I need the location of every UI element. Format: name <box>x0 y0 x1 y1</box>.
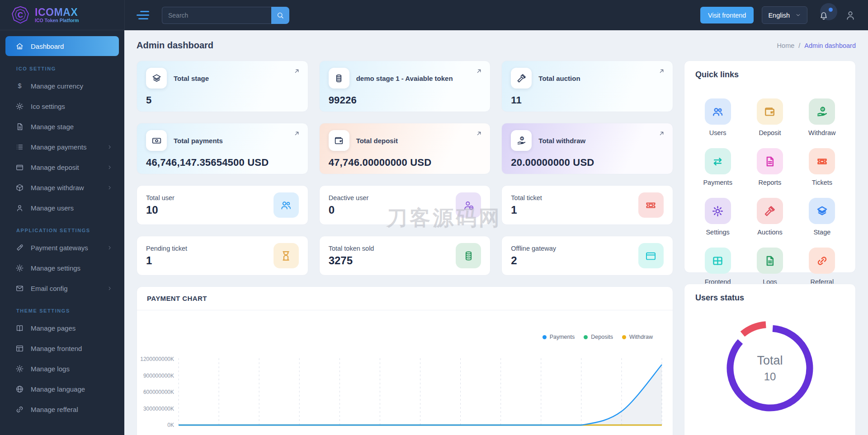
box-icon <box>15 183 24 192</box>
quick-link-frontend[interactable]: Frontend <box>705 248 731 285</box>
card-total-ticket[interactable]: Total ticket 1 <box>501 185 673 225</box>
svg-text:$: $ <box>821 107 824 111</box>
list-icon <box>15 143 24 151</box>
sidebar-item-label: Manage language <box>31 385 85 393</box>
gear-icon <box>15 365 24 373</box>
topbar: Visit frontend English <box>124 0 868 30</box>
visit-frontend-button[interactable]: Visit frontend <box>700 7 754 23</box>
profile-button[interactable] <box>844 9 856 21</box>
quick-link-reports[interactable]: Reports <box>757 148 783 186</box>
legend-withdraw[interactable]: Withdraw <box>622 334 653 340</box>
hourglass-icon <box>280 250 292 262</box>
quick-link-withdraw[interactable]: $ Withdraw <box>808 98 835 136</box>
sidebar-item-manage-currency[interactable]: $ Manage currency <box>5 76 119 96</box>
search-button[interactable] <box>271 7 289 24</box>
hand-dollar-icon: $ <box>816 106 828 118</box>
arrow-up-right-icon[interactable] <box>293 130 301 137</box>
card-available-token[interactable]: demo stage 1 - Avaiable token 99226 <box>319 61 491 112</box>
sidebar-item-label: Dashboard <box>31 42 64 50</box>
quick-link-logs[interactable]: Logs <box>757 248 783 285</box>
users-status-donut-chart <box>718 315 822 419</box>
card-total-user[interactable]: Total user 10 <box>137 185 308 225</box>
ticket-icon <box>816 155 828 168</box>
breadcrumb-current: Admin dashboard <box>804 42 856 49</box>
breadcrumb-separator: / <box>798 42 800 49</box>
coins-icon <box>462 250 475 262</box>
quick-link-tickets[interactable]: Tickets <box>809 148 835 186</box>
language-select[interactable]: English <box>762 6 807 24</box>
quick-link-referral[interactable]: Referral <box>809 248 835 285</box>
sidebar-item-ico-settings[interactable]: Ico settings <box>5 96 119 116</box>
legend-deposits[interactable]: Deposits <box>584 334 613 340</box>
sidebar-item-manage-settings[interactable]: Manage settings <box>5 258 119 278</box>
card-total-auction[interactable]: Total auction 11 <box>501 61 673 112</box>
card-offline-gateway[interactable]: Offline gateway 2 <box>501 236 673 276</box>
arrow-up-right-icon[interactable] <box>658 130 665 137</box>
card-value: 1 <box>146 254 187 267</box>
search-input[interactable] <box>162 7 271 24</box>
sidebar-item-email-config[interactable]: Email config <box>5 278 119 298</box>
payment-chart-title: PAYMENT CHART <box>137 287 673 310</box>
sidebar-item-manage-deposit[interactable]: Manage deposit <box>5 157 119 177</box>
card-label: Total auction <box>538 75 580 82</box>
arrow-up-right-icon[interactable] <box>293 67 301 75</box>
wrench-icon <box>15 243 24 252</box>
sidebar-item-manage-withdraw[interactable]: Manage withdraw <box>5 178 119 197</box>
layers-icon <box>816 205 828 217</box>
sidebar-item-manage-pages[interactable]: Manage pages <box>5 318 119 338</box>
card-value: 0 <box>329 204 369 216</box>
sidebar-item-manage-stage[interactable]: Manage stage <box>5 117 119 136</box>
arrow-up-right-icon[interactable] <box>475 67 483 75</box>
card-total-stage[interactable]: Total stage 5 <box>137 61 308 112</box>
sidebar-item-dashboard[interactable]: Dashboard <box>5 36 119 56</box>
grid-icon <box>712 255 724 267</box>
legend-payments[interactable]: Payments <box>542 334 575 340</box>
sidebar-item-manage-frontend[interactable]: Manage frontend <box>5 338 119 358</box>
book-icon <box>15 324 24 332</box>
notifications-button[interactable] <box>816 5 836 26</box>
quick-link-deposit[interactable]: Deposit <box>757 98 783 136</box>
sidebar-item-manage-language[interactable]: Manage language <box>5 379 119 399</box>
quick-link-payments[interactable]: Payments <box>703 148 732 186</box>
sidebar-item-label: Manage deposit <box>31 164 79 171</box>
quick-link-users[interactable]: Users <box>705 98 731 136</box>
card-deactive-user[interactable]: Deactive user 0 <box>319 185 491 225</box>
gavel-icon <box>516 73 527 84</box>
quick-link-settings[interactable]: Settings <box>705 198 731 236</box>
svg-text:900000000K: 900000000K <box>143 373 174 379</box>
svg-text:600000000K: 600000000K <box>143 389 174 395</box>
quick-links-card: Quick links Users Deposit $ Withdraw <box>684 61 856 273</box>
hand-dollar-icon: $ <box>516 136 527 146</box>
chevron-right-icon <box>107 245 113 251</box>
ticket-icon <box>645 199 657 211</box>
mail-icon <box>15 284 24 293</box>
link-icon <box>816 255 828 267</box>
sidebar-item-manage-users[interactable]: Manage users <box>5 198 119 218</box>
cash-icon <box>151 136 162 146</box>
card-pending-ticket[interactable]: Pending ticket 1 <box>137 236 308 276</box>
breadcrumb-home-link[interactable]: Home <box>777 42 795 49</box>
file-icon <box>764 255 776 267</box>
dollar-icon: $ <box>15 82 24 90</box>
gear-icon <box>712 205 724 217</box>
layers-icon <box>151 73 162 84</box>
card-total-token-sold[interactable]: Total token sold 3275 <box>319 236 491 276</box>
card-total-withdraw[interactable]: $ Total withdraw 20.00000000 USD <box>501 123 673 174</box>
quick-link-stage[interactable]: Stage <box>809 198 835 236</box>
chevron-down-icon <box>795 12 801 18</box>
arrow-up-right-icon[interactable] <box>658 67 665 75</box>
card-total-deposit[interactable]: Total deposit 47,746.00000000 USD <box>319 123 491 174</box>
sidebar-item-manage-payments[interactable]: Manage payments <box>5 137 119 157</box>
sidebar-item-manage-logs[interactable]: Manage logs <box>5 359 119 379</box>
brand-logo[interactable]: C ICOMAX ICO Token Platform <box>0 0 124 30</box>
sidebar-item-manage-refferal[interactable]: Manage refferal <box>5 399 119 419</box>
card-total-payments[interactable]: Total payments 46,746,147.35654500 USD <box>137 123 308 174</box>
sidebar-item-payment-gateways[interactable]: Payment gateways <box>5 238 119 257</box>
coins-icon <box>334 73 344 84</box>
section-ico-setting: ICO SETTING <box>16 66 124 71</box>
arrow-up-right-icon[interactable] <box>475 130 483 137</box>
hamburger-menu-icon[interactable] <box>137 11 150 19</box>
svg-text:1200000000K: 1200000000K <box>140 356 174 362</box>
quick-link-auctions[interactable]: Auctions <box>757 198 783 236</box>
card-label: Total withdraw <box>538 137 585 145</box>
